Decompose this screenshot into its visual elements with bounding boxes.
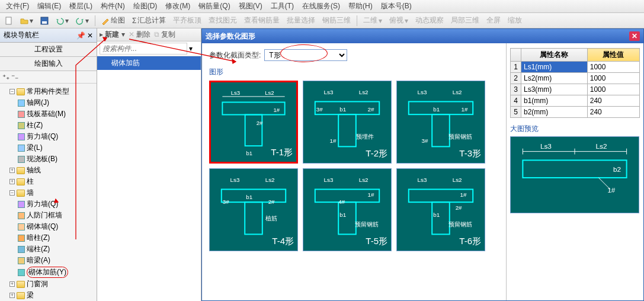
prop-name[interactable]: b2(mm) <box>521 107 588 118</box>
tree-item[interactable]: 砌体墙(Q) <box>27 222 58 232</box>
tree-item[interactable]: 现浇板(B) <box>27 154 57 164</box>
view2d-button[interactable]: 二维▾ <box>361 14 385 27</box>
svg-text:1#: 1# <box>274 107 280 113</box>
menu-file[interactable]: 文件(F) <box>2 0 33 12</box>
tree-item[interactable]: 轴网(J) <box>27 98 49 108</box>
tree-root[interactable]: 常用构件类型 <box>27 87 69 97</box>
tree-item[interactable]: 端柱(Z) <box>27 244 50 254</box>
nav-title-text: 模块导航栏 <box>4 30 39 40</box>
menu-floor[interactable]: 楼层(L) <box>66 0 96 12</box>
svg-text:3#: 3# <box>316 106 323 113</box>
pin-icon[interactable]: 📌 ✕ <box>76 31 93 40</box>
menu-edit[interactable]: 编辑(E) <box>34 0 65 12</box>
new-component-button[interactable]: ▸ 新建 ▾ <box>100 30 125 40</box>
tree-expand-icon[interactable]: + <box>9 293 15 298</box>
batch-button[interactable]: 批量选择 <box>284 14 318 27</box>
find-button[interactable]: 查找图元 <box>206 14 239 27</box>
tree-item[interactable]: 暗柱(Z) <box>27 233 50 243</box>
prop-name[interactable]: b1(mm) <box>521 95 588 107</box>
tree-item-masonry-rebar[interactable]: 砌体加筋(Y) <box>27 267 68 278</box>
shape-t5[interactable]: Ls3Ls2 4#1# b1 预留钢筋 T-5形 <box>303 168 392 251</box>
shape-caption: T-6形 <box>459 236 481 247</box>
tree-item[interactable]: 剪力墙(Q) <box>27 199 58 209</box>
tree-item[interactable]: 暗梁(A) <box>27 255 50 265</box>
menu-draw[interactable]: 绘图(D) <box>130 0 161 12</box>
nav-title: 模块导航栏 📌 ✕ <box>0 28 97 43</box>
tree-collapse-icon[interactable]: − <box>9 89 15 94</box>
topview-button[interactable]: 俯视▾ <box>387 14 411 27</box>
new-file-button[interactable] <box>2 15 15 26</box>
shapes-heading: 图形 <box>209 67 499 77</box>
tab-project-settings[interactable]: 工程设置 <box>0 43 97 57</box>
menu-version[interactable]: 版本号(B) <box>377 0 415 12</box>
column-icon <box>18 122 25 129</box>
shape-t6[interactable]: Ls3Ls2 1#2# b1 预留钢筋 T-6形 <box>396 168 485 251</box>
prop-name[interactable]: Ls2(mm) <box>521 73 588 84</box>
rebar3d-button[interactable]: 钢筋三维 <box>320 14 353 27</box>
sum-button[interactable]: Σ 汇总计算 <box>130 14 168 27</box>
tree-expand-icon[interactable]: + <box>9 179 15 184</box>
tree-collapse-icon[interactable]: − <box>9 190 15 196</box>
tree-group-axis[interactable]: 轴线 <box>27 165 41 175</box>
tree-item[interactable]: 人防门框墙 <box>27 210 62 220</box>
menu-view[interactable]: 视图(V) <box>235 0 266 12</box>
redo-button[interactable]: ▾ <box>73 15 91 26</box>
dynview-button[interactable]: 动态观察 <box>413 14 446 27</box>
svg-text:预留钢筋: 预留钢筋 <box>448 133 472 140</box>
close-icon[interactable]: ✕ <box>629 31 640 41</box>
zoom-button[interactable]: 缩放 <box>505 14 524 27</box>
property-table[interactable]: 属性名称属性值 1Ls1(mm)1000 2Ls2(mm)1000 3Ls3(m… <box>510 48 640 118</box>
shape-t4[interactable]: Ls3Ls2 3#b12# 植筋 T-4形 <box>209 168 298 251</box>
prop-value[interactable]: 1000 <box>587 84 639 95</box>
tree-group-opening[interactable]: 门窗洞 <box>27 279 48 289</box>
prop-value[interactable]: 1000 <box>587 73 639 84</box>
part3d-button[interactable]: 局部三维 <box>448 14 482 27</box>
tree-expand-icon[interactable]: + <box>9 168 15 173</box>
section-type-select[interactable]: T形 <box>264 49 347 61</box>
fullscreen-button[interactable]: 全屏 <box>484 14 503 27</box>
draw-button[interactable]: 绘图 <box>99 14 127 27</box>
expand-icon[interactable]: ⁺₊ <box>2 73 9 81</box>
search-dropdown-icon[interactable]: ▾ <box>189 44 193 53</box>
rebar-qty-button[interactable]: 查看钢筋量 <box>242 14 282 27</box>
menu-online[interactable]: 在线服务(S) <box>299 0 344 12</box>
shearwall-icon <box>18 133 25 140</box>
menu-modify[interactable]: 修改(M) <box>162 0 194 12</box>
undo-button[interactable]: ▾ <box>53 15 71 26</box>
grid-icon <box>18 100 25 107</box>
tree-item[interactable]: 剪力墙(Q) <box>27 132 58 142</box>
tree-group-wall[interactable]: 墙 <box>27 188 34 198</box>
search-input[interactable] <box>100 43 187 55</box>
shape-t3[interactable]: Ls3Ls2 b11# 3# 预留钢筋 T-3形 <box>396 81 485 164</box>
delete-component-button[interactable]: ✕ 删除 <box>129 30 150 40</box>
svg-text:预埋件: 预埋件 <box>356 133 374 140</box>
shape-t1[interactable]: Ls3Ls2 1#2# b1 T-1形 <box>209 81 298 164</box>
dialog-titlebar[interactable]: 选择参数化图形 ✕ <box>202 29 643 43</box>
collapse-icon[interactable]: ⁻₋ <box>11 73 18 81</box>
prop-name[interactable]: Ls1(mm) <box>521 62 588 73</box>
prop-value[interactable]: 1000 <box>587 62 639 73</box>
menu-rebar[interactable]: 钢筋量(Q) <box>195 0 233 12</box>
open-file-button[interactable]: ▾ <box>18 15 36 26</box>
svg-text:b1: b1 <box>246 150 253 156</box>
copy-component-button[interactable]: ⧉ 复制 <box>154 30 175 40</box>
prop-name[interactable]: Ls3(mm) <box>521 84 588 95</box>
tab-draw-input[interactable]: 绘图输入 <box>0 57 97 71</box>
prop-value[interactable]: 240 <box>587 107 639 118</box>
shape-t2[interactable]: Ls3Ls2 3#b12# 1# 预埋件 T-2形 <box>303 81 392 164</box>
menu-help[interactable]: 帮助(H) <box>345 0 376 12</box>
tree-item[interactable]: 梁(L) <box>27 143 43 153</box>
tree-item[interactable]: 柱(Z) <box>27 120 43 130</box>
flat-button[interactable]: 平齐板顶 <box>171 14 204 27</box>
tree-group-beam[interactable]: 梁 <box>27 290 34 300</box>
menu-tools[interactable]: 工具(T) <box>267 0 297 12</box>
component-tree[interactable]: −常用构件类型 轴网(J) 筏板基础(M) 柱(Z) 剪力墙(Q) 梁(L) 现… <box>0 84 97 301</box>
tree-expand-icon[interactable]: + <box>9 281 15 287</box>
prop-value[interactable]: 240 <box>587 95 639 107</box>
menu-component[interactable]: 构件(N) <box>97 0 129 12</box>
component-item-selected[interactable]: 砌体加筋 <box>97 56 201 70</box>
tree-group-column[interactable]: 柱 <box>27 177 34 187</box>
tree-item[interactable]: 筏板基础(M) <box>27 109 66 119</box>
save-button[interactable] <box>38 15 51 26</box>
component-item-label: 砌体加筋 <box>111 58 140 68</box>
